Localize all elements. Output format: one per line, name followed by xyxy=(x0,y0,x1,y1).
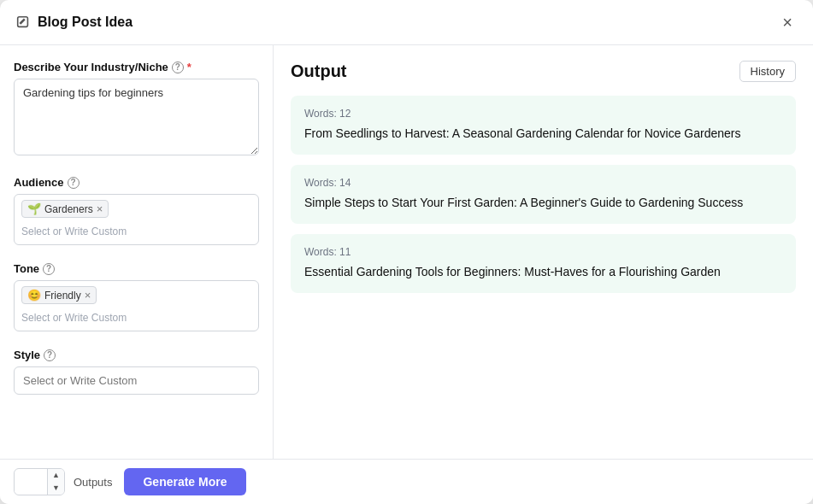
gardeners-emoji: 🌱 xyxy=(27,202,41,215)
gardeners-remove-button[interactable]: × xyxy=(97,203,103,214)
modal-title: Blog Post Idea xyxy=(38,15,133,30)
output-card-text: From Seedlings to Harvest: A Seasonal Ga… xyxy=(304,125,782,143)
style-help-icon[interactable]: ? xyxy=(44,349,56,361)
close-button[interactable]: × xyxy=(777,12,798,32)
tone-placeholder: Select or Write Custom xyxy=(21,310,251,325)
output-card-words: Words: 12 xyxy=(304,108,782,120)
stepper-down-button[interactable]: ▼ xyxy=(48,482,64,495)
output-card-words: Words: 11 xyxy=(304,246,782,258)
stepper-up-button[interactable]: ▲ xyxy=(48,469,64,482)
audience-field: Audience ? 🌱 Gardeners × Select or Write… xyxy=(14,176,259,245)
gardeners-label: Gardeners xyxy=(44,203,93,215)
output-card: Words: 14 Simple Steps to Start Your Fir… xyxy=(291,165,796,224)
generate-more-button[interactable]: Generate More xyxy=(124,468,245,495)
output-cards-list: Words: 12 From Seedlings to Harvest: A S… xyxy=(291,96,796,303)
industry-help-icon[interactable]: ? xyxy=(172,62,184,73)
style-input[interactable] xyxy=(14,366,259,395)
modal-container: Blog Post Idea × Describe Your Industry/… xyxy=(0,0,813,504)
friendly-label: Friendly xyxy=(44,290,81,302)
output-card: Words: 12 From Seedlings to Harvest: A S… xyxy=(291,96,796,155)
right-panel: Output History Words: 12 From Seedlings … xyxy=(274,45,813,459)
output-card-text: Essential Gardening Tools for Beginners:… xyxy=(304,263,782,281)
industry-textarea[interactable]: Gardening tips for beginners xyxy=(14,79,259,155)
audience-tag-input[interactable]: 🌱 Gardeners × Select or Write Custom xyxy=(14,194,259,245)
gardeners-tag: 🌱 Gardeners × xyxy=(21,200,109,218)
style-field: Style ? xyxy=(14,349,259,395)
tone-help-icon[interactable]: ? xyxy=(43,263,55,275)
audience-label: Audience ? xyxy=(14,176,259,189)
output-card-words: Words: 14 xyxy=(304,177,782,189)
outputs-label: Outputs xyxy=(74,476,113,489)
output-header: Output History xyxy=(291,61,796,82)
audience-placeholder: Select or Write Custom xyxy=(21,224,251,239)
tone-tag-input[interactable]: 😊 Friendly × Select or Write Custom xyxy=(14,280,259,331)
style-label: Style ? xyxy=(14,349,259,361)
industry-field: Describe Your Industry/Niche ? * Gardeni… xyxy=(14,61,259,159)
history-button[interactable]: History xyxy=(739,61,796,82)
modal-header: Blog Post Idea × xyxy=(0,0,813,45)
left-panel: Describe Your Industry/Niche ? * Gardeni… xyxy=(0,45,274,459)
modal-body: Describe Your Industry/Niche ? * Gardeni… xyxy=(0,45,813,459)
output-card: Words: 11 Essential Gardening Tools for … xyxy=(291,234,796,293)
stepper-arrows: ▲ ▼ xyxy=(47,469,64,494)
industry-label: Describe Your Industry/Niche ? * xyxy=(14,61,259,73)
outputs-value-input[interactable]: 3 xyxy=(15,472,47,492)
friendly-remove-button[interactable]: × xyxy=(85,290,91,301)
modal-footer: 3 ▲ ▼ Outputs Generate More xyxy=(0,459,813,504)
friendly-tag: 😊 Friendly × xyxy=(21,286,97,304)
audience-help-icon[interactable]: ? xyxy=(68,177,80,189)
tone-label: Tone ? xyxy=(14,262,259,275)
output-title: Output xyxy=(291,62,347,81)
edit-icon xyxy=(15,15,31,30)
modal-title-area: Blog Post Idea xyxy=(15,15,133,30)
outputs-stepper[interactable]: 3 ▲ ▼ xyxy=(14,468,65,495)
friendly-emoji: 😊 xyxy=(27,289,41,302)
tone-field: Tone ? 😊 Friendly × Select or Write Cust… xyxy=(14,262,259,331)
output-card-text: Simple Steps to Start Your First Garden:… xyxy=(304,194,782,212)
required-star: * xyxy=(187,61,191,73)
